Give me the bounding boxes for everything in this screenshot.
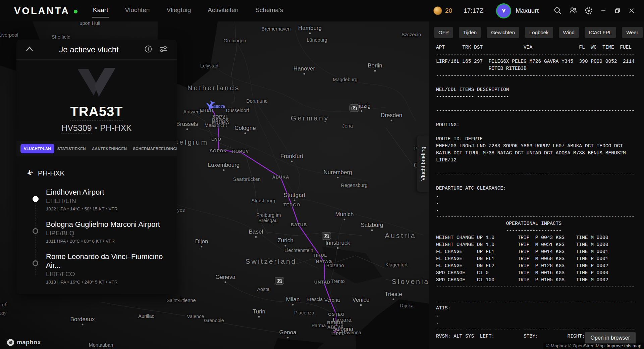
map-city-dot: [291, 161, 293, 162]
road: [235, 40, 295, 195]
nav-item-vluchten[interactable]: Vluchten: [124, 4, 150, 17]
map-attribution[interactable]: © Mapbox © OpenStreetMapImprove this map: [543, 343, 644, 349]
briefing-tab-weer[interactable]: Weer: [622, 27, 643, 38]
airport-name: Eindhoven Airport: [46, 188, 177, 197]
road: [168, 201, 319, 268]
map-city-dot: [361, 110, 363, 112]
map-city-dot: [186, 129, 188, 130]
briefing-tab-wind[interactable]: Wind: [559, 27, 579, 38]
title-bar: VOLANTA KaartVluchtenVliegtuigActiviteit…: [0, 0, 644, 21]
border-line: [386, 279, 413, 286]
settings-icon[interactable]: [581, 3, 596, 18]
close-button[interactable]: [625, 3, 639, 18]
friends-icon[interactable]: [566, 3, 581, 18]
collapse-chevron-icon[interactable]: [25, 46, 34, 53]
briefing-tab-tijden[interactable]: Tijden: [459, 27, 481, 38]
airport-weather: 1011 HPA • 20°C • 80° 6 KT • VFR: [46, 239, 177, 244]
improve-map-link[interactable]: Improve this map: [606, 343, 641, 348]
airport-name: Rome Leonardo da Vinci–Fiumicino Air...: [46, 252, 177, 270]
search-icon[interactable]: [550, 3, 566, 18]
panel-title: Je actieve vlucht: [34, 45, 144, 54]
airport-weather: 1022 HPA • 14°C • 50° 15 KT • VFR: [46, 206, 177, 211]
map-city-dot: [292, 304, 294, 306]
briefing-panel: OFPTijdenGewichtenLogboekWindICAO FPLWee…: [429, 21, 644, 349]
airport-name: Bologna Guglielmo Marconi Airport: [46, 220, 177, 229]
mapbox-logo-icon: [7, 339, 14, 346]
route-airports-list: Eindhoven AirportEHEH/EIN1022 HPA • 14°C…: [16, 188, 177, 285]
flight-route-approach: [330, 321, 339, 334]
coin-icon: [433, 6, 442, 15]
map-city-dot: [287, 337, 289, 339]
minimize-button[interactable]: [596, 3, 610, 18]
zulu-clock: 17:17Z: [464, 7, 483, 14]
airport-weather: 1013 HPA • 16°C • 240° 5 KT • VFR: [46, 280, 177, 285]
border-line: [386, 128, 416, 169]
avatar-v-icon: [500, 7, 507, 14]
airplane-icon: ✈: [25, 167, 35, 179]
airport-status-circle: [33, 228, 38, 234]
briefing-tabs: OFPTijdenGewichtenLogboekWindICAO FPLWee…: [429, 21, 644, 40]
border-line: [247, 158, 268, 235]
aircraft-row[interactable]: ✈ PH-HXK: [26, 168, 177, 178]
open-in-browser-button[interactable]: Open in browser: [585, 332, 636, 344]
registration: PH-HXK: [100, 123, 131, 133]
aircraft-registration: PH-HXK: [38, 169, 64, 177]
center-map-icon[interactable]: [144, 45, 153, 55]
volanta-brand[interactable]: VOLANTA: [14, 5, 77, 16]
attribution-text: © Mapbox © OpenStreetMap: [546, 343, 604, 348]
active-flight-panel: Je actieve vlucht TRA53T HV5309•PH-HXK V…: [16, 40, 177, 294]
screenshot-camera-icon[interactable]: [350, 104, 359, 112]
airport-item[interactable]: Bologna Guglielmo Marconi AirportLIPE/BL…: [46, 220, 177, 244]
flight-tab-vluchtplan[interactable]: VLUCHTPLAN: [20, 144, 54, 153]
nav-item-kaart[interactable]: Kaart: [92, 4, 109, 17]
airport-item[interactable]: Eindhoven AirportEHEH/EIN1022 HPA • 14°C…: [46, 188, 177, 211]
airport-code: EHEH/EIN: [46, 197, 177, 205]
avatar[interactable]: [496, 3, 511, 18]
map-city-dot: [255, 236, 257, 238]
map-city-dot: [245, 133, 246, 134]
map-city-dot: [344, 219, 345, 220]
restore-button[interactable]: [610, 3, 625, 18]
flight-route: [211, 106, 336, 321]
flight-panel-tabs: VLUCHTPLANSTATISTIEKENAANTEKENINGENSCHER…: [16, 141, 177, 156]
airport-code: LIPE/BLQ: [46, 230, 177, 237]
map-city-dot: [342, 334, 344, 335]
map-city-dot: [391, 120, 392, 121]
volanta-watermark-logo: [73, 67, 120, 102]
aircraft-data-label: 46075: [214, 104, 225, 109]
callsign[interactable]: TRA53T: [16, 104, 177, 119]
filters-icon[interactable]: [159, 45, 168, 54]
map-city-dot: [201, 246, 203, 248]
flight-number[interactable]: HV5309: [61, 123, 92, 134]
briefing-tab-ofp[interactable]: OFP: [434, 27, 453, 38]
flight-tab-statistieken[interactable]: STATISTIEKEN: [57, 147, 86, 151]
briefing-tab-logboek[interactable]: Logboek: [525, 27, 553, 38]
flight-tab-schermafbeeldingen[interactable]: SCHERMAFBEELDINGEN: [133, 147, 177, 151]
briefing-edge-tab-label: Vlucht briefing: [420, 147, 426, 181]
username: Maxuurt: [516, 7, 539, 14]
mapbox-logo[interactable]: mapbox: [7, 339, 41, 346]
topbar-right: 20 17:17Z Maxuurt: [433, 3, 639, 18]
briefing-tab-gewichten[interactable]: Gewichten: [487, 27, 519, 38]
airport-status-circle: [33, 196, 39, 202]
flight-panel-header: Je actieve vlucht: [16, 40, 177, 60]
map-city-dot: [374, 70, 376, 72]
briefing-tab-icaofpl[interactable]: ICAO FPL: [585, 27, 616, 38]
road: [215, 67, 386, 112]
coin-count: 20: [445, 7, 452, 14]
flight-tab-aantekeningen[interactable]: AANTEKENINGEN: [92, 147, 127, 151]
briefing-edge-tab[interactable]: Vlucht briefing: [417, 136, 429, 192]
screenshot-camera-icon[interactable]: [275, 277, 284, 285]
nav-item-schemas[interactable]: Schema's: [255, 4, 284, 17]
screenshot-camera-icon[interactable]: [322, 232, 331, 240]
nav-item-vliegtuig[interactable]: Vliegtuig: [166, 4, 192, 17]
map-city-dot: [258, 316, 260, 318]
coins-counter[interactable]: 20: [433, 6, 452, 15]
nav-item-activiteiten[interactable]: Activiteiten: [207, 4, 239, 17]
border-line: [221, 21, 236, 114]
map-city-dot: [223, 169, 225, 171]
airport-item[interactable]: Rome Leonardo da Vinci–Fiumicino Air...L…: [46, 252, 177, 285]
map-city-dot: [337, 247, 339, 249]
main-nav: KaartVluchtenVliegtuigActiviteitenSchema…: [92, 4, 284, 17]
brand-name: VOLANTA: [14, 5, 70, 16]
